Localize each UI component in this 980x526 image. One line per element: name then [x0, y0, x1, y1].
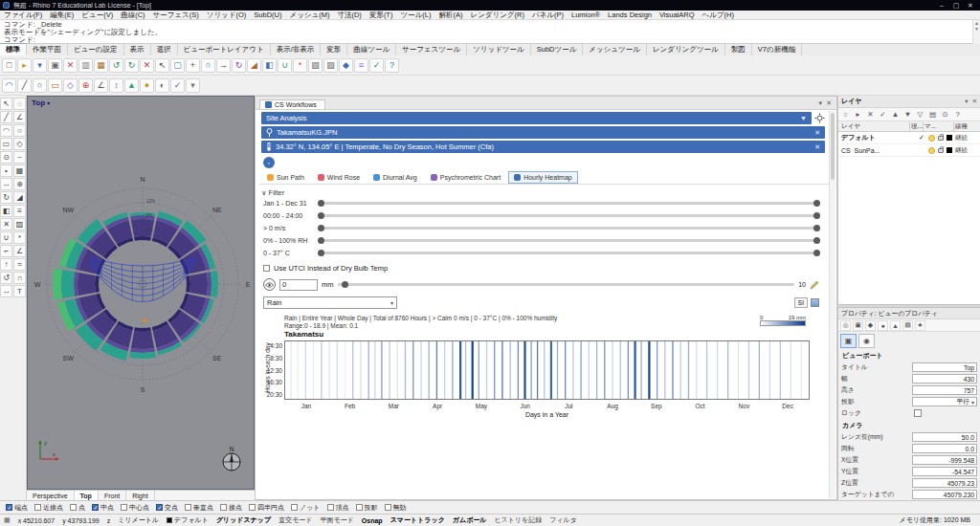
- more-icon[interactable]: ▾: [186, 78, 200, 93]
- panel-close-icon[interactable]: ✕: [826, 99, 832, 107]
- viewport-tab-perspective[interactable]: Perspective: [27, 491, 75, 500]
- help-icon[interactable]: ?: [385, 58, 399, 73]
- active-layer-chip[interactable]: デフォルト: [167, 515, 209, 525]
- viewport-properties-button[interactable]: ▣: [840, 334, 857, 348]
- property-value[interactable]: 0.0: [912, 444, 977, 453]
- tab-sun-path[interactable]: Sun Path: [261, 171, 310, 184]
- move-icon[interactable]: →: [216, 58, 231, 73]
- status-toggle-ヒストリを記録[interactable]: ヒストリを記録: [494, 515, 542, 525]
- command-history[interactable]: コマンド: _Delete表示モードを"シェーディング"に設定しました。コマンド…: [0, 20, 980, 44]
- slider-handle-max[interactable]: [813, 237, 820, 244]
- toolbar-tab-6[interactable]: 表示/非表示: [271, 44, 322, 55]
- toolbar-tab-1[interactable]: 作業平面: [27, 44, 68, 55]
- surface-icon[interactable]: ▲: [124, 78, 139, 93]
- save-icon[interactable]: ▾: [33, 58, 47, 73]
- metric-select[interactable]: Rain ▾: [263, 296, 397, 309]
- menu-item-7[interactable]: メッシュ(M): [286, 11, 334, 20]
- pan-icon[interactable]: +: [186, 58, 200, 73]
- osnap-checkbox[interactable]: [385, 504, 391, 511]
- osnap-頂点[interactable]: 頂点: [327, 503, 349, 513]
- rectangle-icon[interactable]: ▭: [48, 78, 62, 93]
- menu-item-6[interactable]: SubD(U): [250, 11, 285, 19]
- slider-handle-min[interactable]: [318, 212, 324, 219]
- minimize-button[interactable]: –: [935, 2, 948, 10]
- open-file-icon[interactable]: ▸: [17, 58, 32, 73]
- property-value[interactable]: -54.547: [912, 467, 977, 476]
- camera-props-icon[interactable]: ◆: [865, 320, 876, 331]
- layer-lock-icon[interactable]: [938, 148, 944, 153]
- toolbar-tab-0[interactable]: 標準: [0, 43, 27, 55]
- current-layer-check[interactable]: ✓: [915, 134, 928, 142]
- mirror-icon[interactable]: ◧: [262, 58, 277, 73]
- polygon-tool-icon[interactable]: ◇: [13, 138, 26, 150]
- viewport-props-icon[interactable]: ▣: [853, 320, 863, 331]
- status-toggle-フィルタ[interactable]: フィルタ: [549, 515, 577, 525]
- layer-linetype[interactable]: 継続: [955, 134, 980, 142]
- menu-item-4[interactable]: サーフェス(S): [149, 11, 203, 20]
- toolbar-tab-10[interactable]: ソリッドツール: [467, 44, 531, 55]
- layer-row[interactable]: デフォルト✓継続: [838, 132, 980, 144]
- panel-menu-icon[interactable]: ▾: [965, 98, 968, 105]
- object-snap-icon[interactable]: ◆: [339, 58, 353, 73]
- check-icon[interactable]: ✓: [170, 78, 185, 93]
- menu-item-9[interactable]: 変形(T): [366, 11, 397, 20]
- tab-psychrometric-chart[interactable]: Psychrometric Chart: [425, 171, 506, 184]
- si-units-button[interactable]: SI: [794, 297, 808, 308]
- toolbar-tab-12[interactable]: メッシュツール: [583, 44, 647, 55]
- new-sublayer-icon[interactable]: ▸: [853, 110, 863, 119]
- osnap-ノット[interactable]: ノット: [291, 503, 321, 513]
- range-slider-2[interactable]: [319, 227, 819, 230]
- workflow-step-button[interactable]: ◦: [263, 157, 275, 168]
- menu-item-16[interactable]: VisualARQ: [656, 11, 699, 19]
- copy-icon[interactable]: ▥: [78, 58, 93, 73]
- print-icon[interactable]: ▣: [48, 58, 62, 73]
- viewport-tab-front[interactable]: Front: [99, 491, 126, 500]
- toolbar-tab-14[interactable]: 製図: [725, 44, 752, 55]
- split-icon[interactable]: ▨: [323, 58, 338, 73]
- units-label[interactable]: ミリメートル: [118, 515, 159, 525]
- maximize-button[interactable]: ▢: [949, 2, 963, 10]
- mirror-tool-icon[interactable]: ◧: [0, 205, 12, 217]
- menu-item-15[interactable]: Lands Design: [604, 11, 656, 19]
- property-value[interactable]: 430: [912, 374, 977, 384]
- boolean-tool-icon[interactable]: ∩: [13, 272, 26, 284]
- filter-collapse[interactable]: ∨ Filter: [261, 188, 836, 197]
- slider-handle-min[interactable]: [318, 200, 324, 207]
- osnap-端点[interactable]: 端点: [6, 503, 28, 513]
- command-scrollbar[interactable]: ▲▼: [972, 20, 980, 44]
- circle-icon[interactable]: ○: [33, 78, 47, 93]
- settings-gear-icon[interactable]: [814, 113, 825, 123]
- property-value[interactable]: 45079.230: [912, 490, 977, 499]
- texture-props-icon[interactable]: ▤: [902, 320, 913, 331]
- layer-row[interactable]: CS_SunPa...継続: [838, 144, 980, 157]
- toolbar-tab-3[interactable]: 表示: [124, 44, 151, 55]
- legend-range-slider[interactable]: [338, 283, 795, 286]
- menu-item-10[interactable]: ツール(L): [396, 11, 434, 20]
- explode-tool-icon[interactable]: *: [13, 231, 26, 244]
- osnap-checkbox[interactable]: [121, 504, 127, 511]
- sphere-icon[interactable]: ●: [140, 78, 154, 93]
- move-tool-icon[interactable]: ↔: [0, 178, 12, 190]
- select-pointer-icon[interactable]: ↖: [0, 98, 12, 110]
- osnap-checkbox[interactable]: [327, 504, 334, 511]
- curve-arc-icon[interactable]: ◠: [2, 78, 16, 93]
- panel-close-icon[interactable]: ✕: [972, 98, 977, 105]
- shade-icon[interactable]: ◐: [155, 78, 169, 93]
- chart-grid-icon[interactable]: [811, 298, 819, 307]
- osnap-垂直点[interactable]: 垂直点: [185, 503, 213, 513]
- property-value[interactable]: Top: [912, 362, 977, 372]
- close-button[interactable]: ✕: [964, 2, 977, 10]
- menu-item-14[interactable]: Lumion®: [568, 11, 604, 19]
- tab-hourly-heatmap[interactable]: Hourly Heatmap: [508, 171, 578, 184]
- osnap-checkbox[interactable]: [220, 504, 227, 511]
- status-toggle-ガムボール[interactable]: ガムボール: [453, 515, 487, 525]
- menu-item-11[interactable]: 解析(A): [434, 11, 466, 20]
- light-props-icon[interactable]: ●: [878, 320, 888, 331]
- delete-icon[interactable]: ✕: [140, 58, 154, 73]
- new-file-icon[interactable]: □: [2, 58, 16, 73]
- search-icon[interactable]: ⊙: [940, 110, 950, 119]
- select-icon[interactable]: ↖: [155, 58, 169, 73]
- chamfer-tool-icon[interactable]: ∠: [13, 245, 26, 257]
- ellipse-tool-icon[interactable]: ⊙: [0, 151, 12, 164]
- help-icon[interactable]: ?: [952, 110, 963, 119]
